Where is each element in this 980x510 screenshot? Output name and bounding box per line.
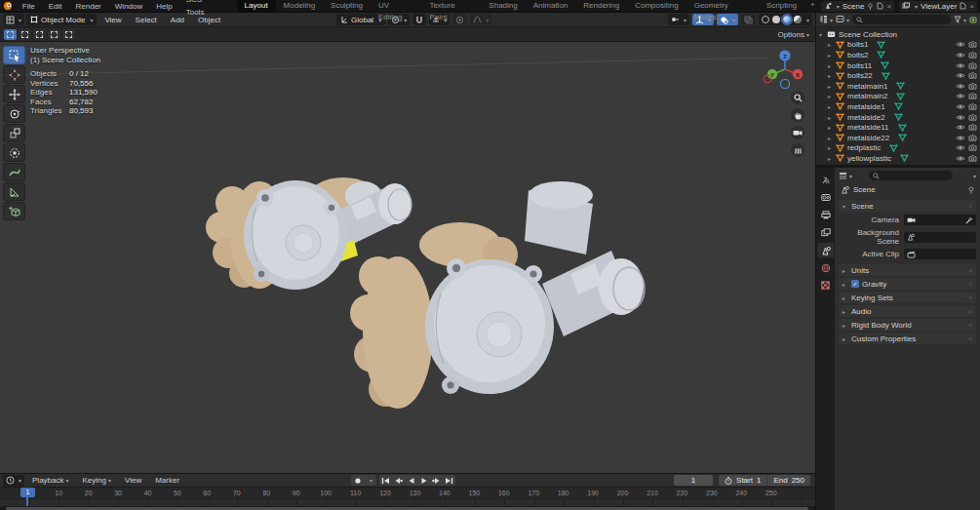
properties-options-caret[interactable] [971, 172, 976, 180]
tab-scripting[interactable]: Scripting [759, 0, 804, 12]
navigation-gizmo[interactable]: Z Y X [763, 47, 807, 92]
blender-logo-icon[interactable] [0, 1, 16, 11]
shading-material-preview-button[interactable] [783, 16, 791, 23]
panel-units-header[interactable]: Units [839, 264, 976, 276]
disable-render-camera-icon[interactable] [968, 83, 977, 90]
active-clip-field[interactable] [904, 249, 976, 259]
panel-audio-header[interactable]: Audio [839, 305, 976, 317]
tool-move[interactable] [3, 85, 25, 103]
outliner-object-row[interactable]: metalmain1 [816, 81, 980, 92]
tool-select-box[interactable] [3, 46, 25, 64]
hide-eye-icon[interactable] [956, 124, 965, 131]
panel-scene-header[interactable]: Scene [839, 200, 976, 212]
menu-file[interactable]: File [16, 0, 42, 13]
expand-arrow-icon[interactable] [828, 123, 834, 132]
pin-icon[interactable] [967, 186, 975, 194]
disable-render-camera-icon[interactable] [968, 114, 977, 121]
snap-toggle[interactable] [412, 14, 426, 25]
options-dropdown[interactable]: Options [777, 30, 809, 39]
select-mode-extend-button[interactable] [19, 29, 31, 40]
hide-eye-icon[interactable] [956, 103, 965, 110]
expand-arrow-icon[interactable] [828, 71, 834, 80]
timeline-ruler[interactable]: 1020304050607080901001101201301401501601… [0, 488, 815, 498]
disable-render-camera-icon[interactable] [968, 124, 977, 131]
tab-rendering[interactable]: Rendering [575, 0, 627, 12]
outliner-object-row[interactable]: metalmain2 [816, 92, 980, 102]
outliner-search-input[interactable] [852, 15, 951, 24]
proportional-editing-toggle[interactable] [452, 14, 467, 25]
disable-render-camera-icon[interactable] [968, 62, 977, 69]
scene-canvas[interactable] [0, 42, 815, 473]
outliner-object-row[interactable]: redplastic [816, 143, 980, 154]
shading-solid-button[interactable] [772, 16, 780, 23]
tab-texture-paint[interactable]: Texture Paint [421, 0, 481, 12]
shading-wireframe-button[interactable] [762, 16, 769, 23]
expand-arrow-icon[interactable] [828, 154, 834, 163]
menu-view[interactable]: View [98, 16, 127, 24]
outliner-object-row[interactable]: bolts2 [816, 50, 980, 60]
view-layer-selector[interactable]: ViewLayer [899, 1, 977, 12]
select-mode-invert-button[interactable] [48, 29, 60, 40]
outliner-editor-type-button[interactable] [819, 15, 833, 24]
timeline-editor-type-button[interactable] [3, 475, 24, 487]
outliner-object-row[interactable]: bolts11 [816, 60, 980, 71]
jump-to-start-button[interactable] [379, 475, 392, 486]
view-layer-close-icon[interactable] [969, 2, 974, 11]
editor-type-button[interactable] [3, 14, 24, 25]
properties-context-dropdown[interactable] [839, 172, 852, 180]
expand-arrow-icon[interactable] [828, 134, 834, 142]
camera-field[interactable] [904, 215, 976, 225]
tab-world[interactable] [817, 260, 834, 275]
outliner-object-row[interactable]: yellowplastic [816, 153, 980, 164]
tab-geometry-nodes[interactable]: Geometry Nodes [686, 0, 759, 12]
panel-rigid-body-world-header[interactable]: Rigid Body World [839, 319, 976, 331]
start-frame-field[interactable]: Start 1 [719, 475, 766, 486]
panel-custom-properties-header[interactable]: Custom Properties [839, 333, 976, 344]
panel-gravity-header[interactable]: Gravity [839, 278, 976, 290]
menu-render[interactable]: Render [69, 0, 108, 13]
menu-timeline-view[interactable]: View [119, 476, 147, 485]
tab-uv-editing[interactable]: UV Editing [371, 0, 421, 12]
outliner-object-row[interactable]: bolts22 [816, 70, 980, 81]
eyedropper-icon[interactable] [965, 216, 973, 224]
tool-transform[interactable] [3, 143, 25, 162]
pan-button[interactable] [791, 108, 804, 122]
outliner-object-row[interactable]: metalside11 [816, 122, 980, 133]
show-overlays-toggle[interactable] [717, 14, 738, 25]
select-mode-subtract-button[interactable] [33, 29, 46, 40]
tool-measure[interactable] [3, 182, 25, 201]
gravity-checkbox[interactable] [851, 280, 859, 288]
gizmo-z-label[interactable]: Z [783, 54, 787, 59]
scene-selector[interactable]: Scene [821, 1, 894, 12]
hide-eye-icon[interactable] [956, 93, 965, 99]
ortho-toggle-button[interactable] [791, 143, 804, 157]
disable-render-camera-icon[interactable] [968, 52, 977, 59]
prev-keyframe-button[interactable] [392, 475, 405, 486]
playhead[interactable]: 1 [20, 488, 35, 497]
expand-arrow-icon[interactable] [828, 51, 834, 59]
camera-view-button[interactable] [791, 126, 804, 139]
next-keyframe-button[interactable] [430, 475, 443, 486]
expand-arrow-icon[interactable] [828, 82, 834, 91]
disable-render-camera-icon[interactable] [968, 135, 977, 141]
menu-window[interactable]: Window [108, 0, 149, 13]
outliner-object-row[interactable]: metalside22 [816, 133, 980, 143]
tab-sculpting[interactable]: Sculpting [323, 0, 371, 12]
shading-caret[interactable] [804, 16, 809, 24]
new-scene-icon[interactable] [877, 2, 883, 10]
zoom-button[interactable] [791, 91, 804, 104]
timeline-body[interactable]: 1020304050607080901001101201301401501601… [0, 488, 815, 510]
tab-animation[interactable]: Animation [526, 0, 576, 12]
jump-to-end-button[interactable] [443, 475, 455, 486]
end-frame-field[interactable]: End 250 [766, 475, 810, 486]
background-scene-field[interactable] [904, 232, 976, 243]
menu-help[interactable]: Help [149, 0, 178, 13]
outliner-object-row[interactable]: bolts1 [816, 40, 980, 51]
hide-eye-icon[interactable] [956, 62, 965, 69]
expand-arrow-icon[interactable] [828, 113, 834, 122]
menu-edit[interactable]: Edit [42, 0, 69, 13]
scene-collection-row[interactable]: Scene Collection [816, 29, 980, 40]
tab-tool[interactable] [817, 173, 834, 187]
record-options-caret[interactable] [364, 475, 376, 486]
current-frame-field[interactable]: 1 [674, 475, 713, 486]
